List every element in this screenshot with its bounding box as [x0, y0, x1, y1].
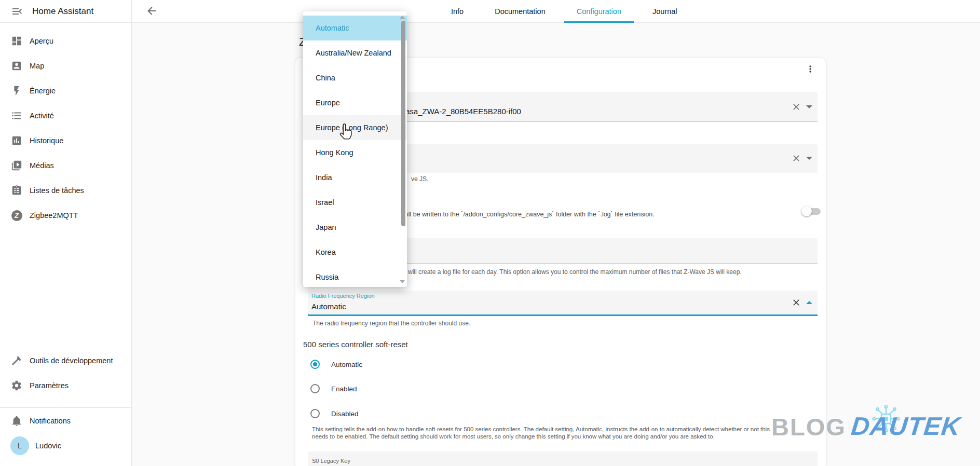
sidebar-divider — [0, 407, 131, 408]
radio-enabled[interactable]: Enabled — [310, 383, 357, 394]
radio-icon — [310, 409, 320, 418]
sidebar-item-map[interactable]: Map — [0, 53, 131, 78]
tab-journal[interactable]: Journal — [637, 0, 693, 23]
circuit-chip-icon — [870, 404, 902, 437]
rf-region-select[interactable]: Radio Frequency Region Automatic — [308, 291, 818, 316]
soft-reset-helper: This setting tells the add-on how to han… — [312, 426, 771, 440]
sidebar-item-apercu[interactable]: Aperçu — [0, 29, 131, 53]
dropdown-option-russia[interactable]: Russia — [303, 265, 407, 287]
dropdown-option-japan[interactable]: Japan — [303, 215, 407, 240]
rf-region-dropdown: Automatic Australia/New Zealand China Eu… — [303, 11, 407, 287]
dropdown-option-automatic[interactable]: Automatic — [303, 16, 407, 40]
chart-box-icon — [10, 134, 23, 147]
radio-disabled[interactable]: Disabled — [310, 408, 359, 419]
log-to-file-text-fragment: ill be written to the `/addon_configs/co… — [407, 211, 655, 218]
main-content: Z asa_ZWA-2_80B54EE5B280-if00 ve JS. ill… — [132, 23, 980, 466]
play-box-icon — [10, 159, 23, 172]
rf-region-label: Radio Frequency Region — [311, 293, 375, 299]
sidebar-item-listes-taches[interactable]: Listes de tâches — [0, 178, 131, 203]
log-rotation-helper-fragment: will create a log file for each day. Thi… — [408, 268, 742, 276]
tab-info[interactable]: Info — [435, 0, 479, 23]
clear-icon[interactable] — [791, 153, 801, 163]
chevron-down-icon[interactable] — [806, 157, 812, 160]
radio-icon — [310, 384, 320, 393]
dropdown-scrollbar[interactable] — [401, 21, 405, 226]
user-name: Ludovic — [35, 442, 61, 450]
sidebar-item-historique[interactable]: Historique — [0, 128, 131, 153]
sidebar-nav: Aperçu Map Énergie Activité Historique M — [0, 23, 131, 228]
sidebar: Home Assistant Aperçu Map Énergie Activi… — [0, 0, 132, 466]
dropdown-option-australia-nz[interactable]: Australia/New Zealand — [303, 40, 407, 65]
tab-bar: Info Documentation Configuration Journal — [435, 0, 693, 23]
clear-icon[interactable] — [791, 102, 801, 112]
avatar: L — [10, 436, 29, 455]
sidebar-item-dev-tools[interactable]: Outils de développement — [0, 348, 131, 373]
dashboard-icon — [10, 35, 23, 47]
dropdown-option-hong-kong[interactable]: Hong Kong — [303, 140, 407, 165]
dropdown-option-korea[interactable]: Korea — [303, 240, 407, 265]
dropdown-option-europe-long-range[interactable]: Europe (Long Range) — [303, 115, 407, 140]
log-to-file-toggle[interactable] — [801, 205, 822, 217]
account-box-icon — [10, 60, 23, 72]
device-field-value: asa_ZWA-2_80B54EE5B280-if00 — [405, 107, 521, 116]
app-title: Home Assistant — [32, 6, 93, 17]
sidebar-item-notifications[interactable]: Notifications — [0, 408, 131, 433]
rf-region-value: Automatic — [311, 302, 346, 311]
dropdown-option-india[interactable]: India — [303, 165, 407, 190]
sidebar-item-energie[interactable]: Énergie — [0, 78, 131, 103]
sidebar-item-parametres[interactable]: Paramètres — [0, 373, 131, 398]
rf-region-helper: The radio frequency region that the cont… — [312, 320, 470, 327]
s0-legacy-key-field[interactable]: S0 Legacy Key — [308, 451, 818, 466]
menu-toggle-icon[interactable] — [10, 5, 24, 18]
tab-configuration[interactable]: Configuration — [561, 0, 637, 23]
backburger-icon — [11, 5, 23, 18]
sidebar-user[interactable]: L Ludovic — [0, 433, 131, 458]
chevron-down-icon[interactable] — [806, 105, 812, 108]
radio-icon — [310, 360, 320, 369]
chevron-up-icon[interactable] — [806, 301, 812, 304]
sidebar-header: Home Assistant — [0, 0, 131, 23]
list-icon — [10, 109, 23, 122]
dropdown-option-israel[interactable]: Israel — [303, 190, 407, 215]
dropdown-option-china[interactable]: China — [303, 65, 407, 90]
zigbee2mqtt-icon: Z — [10, 209, 23, 222]
toggle-thumb — [801, 206, 812, 216]
sidebar-footer: Outils de développement Paramètres Notif… — [0, 348, 131, 458]
clear-icon[interactable] — [791, 297, 801, 308]
back-button[interactable] — [145, 5, 159, 18]
sidebar-item-activite[interactable]: Activité — [0, 103, 131, 128]
radio-automatic[interactable]: Automatic — [310, 359, 362, 369]
kebab-menu-icon[interactable] — [803, 62, 818, 76]
clipboard-icon — [10, 184, 23, 197]
soft-reset-title: 500 series controller soft-reset — [303, 340, 408, 349]
sidebar-item-medias[interactable]: Médias — [0, 153, 131, 178]
sidebar-item-zigbee2mqtt[interactable]: Z Zigbee2MQTT — [0, 203, 131, 228]
lightning-icon — [10, 85, 23, 97]
scroll-down-icon[interactable] — [400, 280, 405, 283]
log-level-helper-fragment: ve JS. — [411, 175, 428, 183]
scroll-up-icon[interactable] — [400, 16, 405, 19]
hammer-icon — [10, 354, 23, 367]
dropdown-option-europe[interactable]: Europe — [303, 90, 407, 115]
gear-icon — [10, 379, 23, 392]
top-header: Info Documentation Configuration Journal — [132, 0, 980, 23]
bell-icon — [10, 415, 23, 427]
tab-documentation[interactable]: Documentation — [479, 0, 561, 23]
arrow-left-icon — [145, 5, 158, 17]
